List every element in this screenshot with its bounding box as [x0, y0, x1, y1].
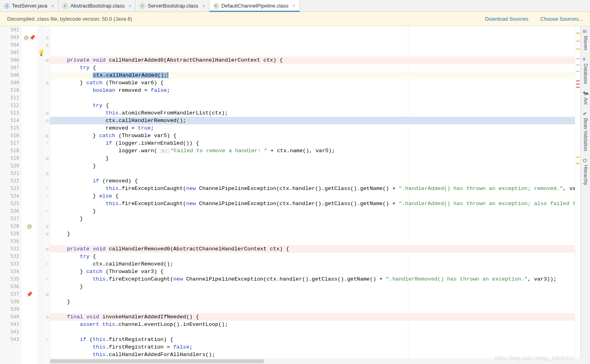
- stripe-mark-warn[interactable]: [576, 33, 580, 34]
- code-line[interactable]: logger.warn( s: "Failed to remove a hand…: [50, 147, 575, 155]
- code-line[interactable]: if (logger.isWarnEnabled()) {: [50, 139, 575, 147]
- code-line[interactable]: private void callHandlerAdded0(AbstractC…: [50, 56, 575, 64]
- fold-handle[interactable]: ⊟: [45, 41, 50, 49]
- code-line[interactable]: }: [50, 230, 575, 238]
- fold-handle[interactable]: [45, 321, 50, 328]
- code-line[interactable]: }: [50, 162, 575, 170]
- code-line[interactable]: [50, 170, 575, 177]
- horizontal-scrollbar[interactable]: [50, 358, 584, 364]
- tab-serverbootstrap-class[interactable]: CServerBootstrap.class×: [136, 0, 209, 12]
- code-line[interactable]: boolean removed = false;: [50, 87, 575, 94]
- fold-handle[interactable]: [45, 49, 50, 56]
- fold-handle[interactable]: [45, 147, 50, 155]
- code-line[interactable]: } catch (Throwable var5) {: [50, 132, 575, 139]
- tab-testserver-java[interactable]: JTestServer.java×: [0, 0, 58, 12]
- stripe-mark-warn[interactable]: [576, 41, 580, 42]
- code-line[interactable]: [50, 328, 575, 336]
- close-icon[interactable]: ×: [202, 3, 205, 9]
- fold-handle[interactable]: [45, 177, 50, 185]
- fold-handle[interactable]: ⊟: [45, 170, 50, 177]
- fold-handle[interactable]: ⊟: [45, 56, 50, 64]
- code-line[interactable]: [50, 306, 575, 313]
- stripe-mark-err[interactable]: [576, 80, 580, 81]
- code-line[interactable]: this.fireExceptionCaught(new ChannelPipe…: [50, 185, 575, 192]
- code-line[interactable]: removed = true;: [50, 124, 575, 132]
- code-line[interactable]: final void invokeHandlerAddedIfNeeded() …: [50, 313, 575, 321]
- close-icon[interactable]: ×: [51, 3, 54, 9]
- fold-handle[interactable]: [45, 306, 50, 313]
- code-line[interactable]: this.atomicRemoveFromHandlerList(ctx);: [50, 109, 575, 117]
- fold-handle[interactable]: ⊟: [45, 79, 50, 87]
- fold-handle[interactable]: [45, 162, 50, 170]
- code-line[interactable]: if (removed) {: [50, 177, 575, 185]
- fold-handle[interactable]: ┘: [45, 207, 50, 215]
- code-line[interactable]: }: [50, 155, 575, 162]
- stripe-mark-warn[interactable]: [576, 48, 580, 50]
- fold-handle[interactable]: ⊟: [45, 313, 50, 321]
- code-line[interactable]: [50, 238, 575, 245]
- code-line[interactable]: this.fireExceptionCaught(new ChannelPipe…: [50, 200, 575, 207]
- code-line[interactable]: private void callHandlerRemoved0(Abstrac…: [50, 245, 575, 253]
- close-icon[interactable]: ×: [293, 3, 295, 9]
- toolwindow-ant[interactable]: 🐜Ant: [583, 90, 588, 105]
- fold-handle[interactable]: [45, 253, 50, 260]
- fold-handle[interactable]: [45, 200, 50, 207]
- scrollbar-thumb[interactable]: [50, 359, 264, 363]
- code-line[interactable]: this.firstRegistration = false;: [50, 343, 575, 351]
- code-line[interactable]: [50, 290, 575, 298]
- fold-handle[interactable]: ⊟: [45, 230, 50, 238]
- close-icon[interactable]: ×: [128, 3, 131, 9]
- toolwindow-bean-validation[interactable]: ✔Bean Validation: [583, 111, 588, 151]
- code-line[interactable]: assert this.channel.eventLoop().inEventL…: [50, 321, 575, 328]
- fold-handle[interactable]: [45, 328, 50, 336]
- code-line[interactable]: }: [50, 283, 575, 290]
- fold-handle[interactable]: ⊟: [45, 223, 50, 230]
- fold-handle[interactable]: [45, 94, 50, 102]
- download-sources-link[interactable]: Download Sources: [485, 16, 528, 22]
- tab-defaultchannelpipeline-class[interactable]: CDefaultChannelPipeline.class×: [210, 0, 300, 12]
- fold-handle[interactable]: ⊞: [45, 132, 50, 139]
- override-icon[interactable]: @: [27, 223, 32, 229]
- fold-handle[interactable]: ┘: [45, 185, 50, 192]
- fold-handle[interactable]: ┘: [45, 275, 50, 283]
- fold-gutter[interactable]: ⊟⊟⊟⊟⊟⊟⊞┘⊟⊟┘┘┘⊟⊟⊟┘┘⊟⊟┘: [45, 26, 50, 364]
- stripe-mark-info[interactable]: [576, 58, 580, 59]
- fold-handle[interactable]: [45, 87, 50, 94]
- pin-icon[interactable]: 📌: [26, 291, 33, 297]
- code-line[interactable]: this.fireExceptionCaught(new ChannelPipe…: [50, 275, 575, 283]
- code-line[interactable]: if (this.firstRegistration) {: [50, 336, 575, 343]
- fold-handle[interactable]: ┘: [45, 336, 50, 343]
- code-line[interactable]: try {: [50, 64, 575, 72]
- fold-handle[interactable]: [45, 102, 50, 109]
- code-line[interactable]: } else {: [50, 192, 575, 200]
- code-line[interactable]: ctx.callHandlerAdded();: [50, 72, 575, 79]
- code-line[interactable]: [50, 49, 575, 56]
- fold-handle[interactable]: [45, 124, 50, 132]
- code-line[interactable]: this.callHandlerAddedForAllHandlers();: [50, 351, 575, 358]
- fold-handle[interactable]: ⊟: [45, 34, 50, 41]
- fold-handle[interactable]: ⊟: [45, 117, 50, 124]
- toolwindow-hierarchy[interactable]: ⌬Hierarchy: [583, 158, 588, 185]
- code-line[interactable]: } catch (Throwable var6) {: [50, 79, 575, 87]
- toolwindow-database[interactable]: ≡Database: [583, 56, 588, 84]
- code-line[interactable]: [50, 94, 575, 102]
- fold-handle[interactable]: ┘: [45, 192, 50, 200]
- code-line[interactable]: ctx.callHandlerRemoved();: [50, 260, 575, 268]
- fold-handle[interactable]: [45, 215, 50, 223]
- stripe-mark-info[interactable]: [576, 71, 580, 72]
- pin-icon[interactable]: 📌: [29, 35, 35, 41]
- fold-handle[interactable]: ┘: [45, 260, 50, 268]
- stripe-mark-warn[interactable]: [576, 157, 580, 158]
- toolwindow-maven[interactable]: mMaven: [583, 29, 588, 50]
- fold-handle[interactable]: [45, 64, 50, 72]
- tab-abstractbootstrap-class[interactable]: CAbstractBootstrap.class×: [58, 0, 136, 12]
- fold-handle[interactable]: [45, 268, 50, 275]
- stripe-mark-warn[interactable]: [576, 163, 580, 164]
- fold-handle[interactable]: [45, 298, 50, 306]
- code-line[interactable]: try {: [50, 253, 575, 260]
- code-area[interactable]: private void callHandlerAdded0(AbstractC…: [50, 26, 575, 364]
- code-line[interactable]: }: [50, 298, 575, 306]
- fold-handle[interactable]: ⊟: [45, 109, 50, 117]
- fold-handle[interactable]: [45, 238, 50, 245]
- code-line[interactable]: [50, 223, 575, 230]
